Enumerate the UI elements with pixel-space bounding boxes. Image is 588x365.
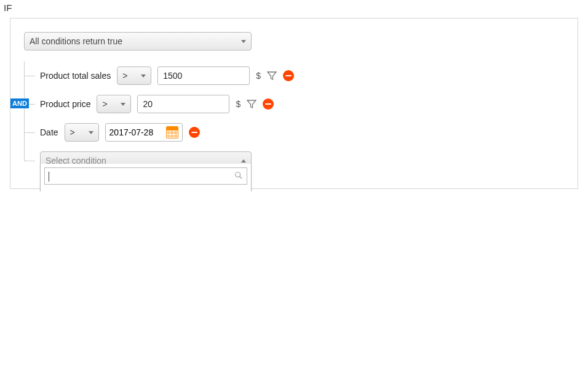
condition-field-label: Date xyxy=(40,127,58,137)
remove-button[interactable] xyxy=(189,127,200,138)
condition-row: Date > xyxy=(24,118,564,146)
dropdown-search-wrap xyxy=(41,164,251,188)
logical-operator-badge: AND xyxy=(10,98,29,108)
dropdown-search-box[interactable] xyxy=(44,167,247,185)
condition-field-label: Product total sales xyxy=(40,71,111,81)
remove-button[interactable] xyxy=(283,70,294,81)
value-input[interactable] xyxy=(157,66,250,85)
date-input[interactable] xyxy=(109,127,162,137)
operator-dropdown[interactable]: > xyxy=(65,123,99,142)
operator-dropdown[interactable]: > xyxy=(117,66,151,85)
rule-container: All conditions return true AND Product t… xyxy=(10,18,578,189)
if-label: IF xyxy=(4,2,586,13)
chevron-down-icon xyxy=(141,74,146,78)
chevron-up-icon xyxy=(241,159,246,162)
chevron-down-icon xyxy=(89,131,93,134)
svg-line-1 xyxy=(240,176,242,178)
currency-unit: $ xyxy=(236,99,240,109)
chevron-down-icon xyxy=(241,40,246,43)
condition-row: Product price > $ xyxy=(24,90,564,118)
condition-row: Product total sales > $ xyxy=(24,62,564,90)
svg-point-0 xyxy=(236,172,240,177)
operator-label: > xyxy=(122,71,127,81)
dropdown-option-list[interactable]: Price Price - Purchase price Compare pri… xyxy=(41,188,251,191)
value-input[interactable] xyxy=(137,95,229,113)
filter-icon[interactable] xyxy=(267,71,277,81)
text-cursor xyxy=(49,170,49,181)
search-icon xyxy=(234,171,243,182)
condition-combinator-label: All conditions return true xyxy=(30,36,122,46)
operator-label: > xyxy=(70,127,75,137)
filter-icon[interactable] xyxy=(247,99,256,109)
calendar-icon[interactable] xyxy=(166,126,178,138)
dropdown-search-input[interactable] xyxy=(53,171,231,181)
conditions-list: AND Product total sales > $ Product pric… xyxy=(24,62,564,175)
dropdown-option[interactable]: Price xyxy=(41,188,251,191)
operator-dropdown[interactable]: > xyxy=(97,95,131,113)
date-input-wrap[interactable] xyxy=(105,123,183,142)
select-condition-panel: Price Price - Purchase price Compare pri… xyxy=(40,164,252,191)
condition-field-label: Product price xyxy=(40,99,90,109)
operator-label: > xyxy=(102,99,107,109)
currency-unit: $ xyxy=(256,71,261,81)
remove-button[interactable] xyxy=(263,98,274,110)
chevron-down-icon xyxy=(121,103,125,106)
condition-combinator-dropdown[interactable]: All conditions return true xyxy=(24,32,252,50)
add-condition-row: Select condition Price Pr xyxy=(24,146,564,175)
